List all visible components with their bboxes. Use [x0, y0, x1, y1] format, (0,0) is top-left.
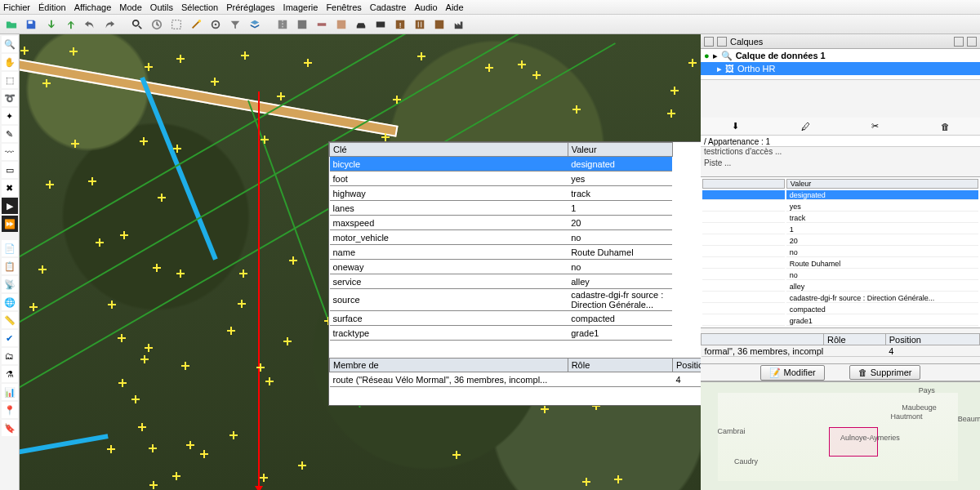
map-node-marker[interactable]: [96, 238, 104, 247]
map-node-marker[interactable]: [572, 105, 581, 114]
col-member[interactable]: Membre de: [330, 359, 568, 372]
map-node-marker[interactable]: [289, 256, 297, 265]
save-icon[interactable]: [23, 16, 39, 33]
map-node-marker[interactable]: [283, 337, 292, 345]
map-node-marker[interactable]: [118, 379, 127, 387]
map-node-marker[interactable]: [393, 96, 401, 104]
play-tool-icon[interactable]: ▶: [2, 198, 18, 214]
role-col[interactable]: Rôle: [824, 334, 886, 345]
layers-header[interactable]: Calques: [701, 34, 980, 49]
map-node-marker[interactable]: [140, 355, 149, 363]
map-node-marker[interactable]: [158, 194, 166, 202]
menu-imagerie[interactable]: Imagerie: [283, 2, 318, 12]
bridge-icon[interactable]: [314, 16, 330, 33]
minimap[interactable]: PaysMaubeugeHautmontBeaumontCambraiAulno…: [701, 381, 980, 490]
map-node-marker[interactable]: [173, 145, 181, 153]
delete-button[interactable]: 🗑Supprimer: [849, 365, 921, 380]
value-row[interactable]: designated: [702, 190, 978, 200]
tag-row[interactable]: servicealley: [330, 274, 759, 289]
map-node-marker[interactable]: [200, 450, 208, 458]
map-node-marker[interactable]: [88, 177, 96, 185]
tag-row[interactable]: bicycledesignated: [330, 157, 759, 172]
wand-icon[interactable]: [188, 16, 204, 33]
restrictions-line[interactable]: testrictions d'accès ...: [701, 147, 980, 158]
map-node-marker[interactable]: [667, 109, 675, 118]
globe-tool-icon[interactable]: 🌐: [2, 294, 18, 310]
map-node-marker[interactable]: [118, 334, 126, 342]
tag-row[interactable]: lanes1: [330, 201, 759, 216]
tag-row[interactable]: maxspeed20: [330, 216, 759, 230]
tag-row[interactable]: onewayno: [330, 260, 759, 274]
menu-mode[interactable]: Mode: [119, 2, 142, 12]
value-row[interactable]: yes: [702, 202, 978, 212]
layer-row[interactable]: ▸ 🖼 Ortho HR: [701, 62, 980, 75]
map-node-marker[interactable]: [120, 231, 128, 239]
piste-line[interactable]: Piste ...: [701, 158, 980, 170]
expand-icon[interactable]: ▸: [717, 64, 722, 74]
download-icon[interactable]: [42, 16, 59, 33]
industry-icon[interactable]: [451, 16, 467, 33]
value-row[interactable]: 1: [702, 225, 978, 234]
menu-fichier[interactable]: Fichier: [3, 2, 30, 12]
menu-audio[interactable]: Audio: [414, 2, 437, 12]
map-node-marker[interactable]: [145, 344, 153, 352]
map-node-marker[interactable]: [582, 478, 590, 486]
map-node-marker[interactable]: [277, 92, 285, 100]
draw-tool-icon[interactable]: ✎: [2, 126, 18, 142]
way-tool-icon[interactable]: 〰: [2, 144, 18, 160]
tags-panel[interactable]: Clé Valeur bicycledesignatedfootyeshighw…: [328, 141, 760, 406]
node-tool-icon[interactable]: ✦: [2, 108, 18, 124]
value-row[interactable]: track: [702, 213, 978, 223]
map-node-marker[interactable]: [153, 264, 161, 272]
value-row[interactable]: no: [702, 270, 978, 280]
delete-tag-icon[interactable]: 🗑: [933, 118, 956, 135]
map-node-marker[interactable]: [29, 303, 38, 311]
map-node-marker[interactable]: [176, 55, 185, 63]
layers-icon[interactable]: [247, 16, 263, 33]
map-node-marker[interactable]: [260, 474, 268, 482]
close-icon[interactable]: [967, 37, 977, 47]
menu-selection[interactable]: Sélection: [181, 2, 218, 12]
value-row[interactable]: no: [702, 247, 978, 257]
map-node-marker[interactable]: [304, 59, 312, 67]
map-node-marker[interactable]: [614, 475, 622, 483]
tag-row[interactable]: surfacecompacted: [330, 311, 759, 326]
map-node-marker[interactable]: [181, 362, 189, 370]
map-node-marker[interactable]: [172, 472, 180, 480]
map-node-marker[interactable]: [452, 451, 461, 459]
map-node-marker[interactable]: [298, 461, 306, 470]
menu-bar[interactable]: Fichier Édition Affichage Mode Outils Sé…: [0, 0, 980, 15]
layers-list[interactable]: ● ▸ 🔍 Calque de données 1 ▸ 🖼 Ortho HR: [701, 49, 980, 80]
chart-tool-icon[interactable]: 📊: [2, 384, 18, 400]
map-node-marker[interactable]: [140, 137, 148, 145]
collapse-icon[interactable]: [704, 37, 714, 47]
map-node-marker[interactable]: [381, 133, 390, 141]
map-node-marker[interactable]: [227, 327, 235, 335]
motorway-icon[interactable]: [294, 16, 310, 33]
value-row[interactable]: alley: [702, 282, 978, 292]
map-node-marker[interactable]: [241, 51, 249, 60]
add-tag-icon[interactable]: ⬇: [724, 118, 747, 135]
car-icon[interactable]: [353, 16, 369, 33]
note-tool-icon[interactable]: 📄: [2, 240, 18, 256]
map-node-marker[interactable]: [138, 423, 146, 431]
selected-way[interactable]: [258, 91, 260, 490]
map-node-marker[interactable]: [108, 301, 116, 309]
food-icon[interactable]: [412, 16, 428, 33]
map-node-marker[interactable]: [670, 87, 679, 95]
tag-row[interactable]: sourcecadastre-dgi-fr source : Direction…: [330, 289, 759, 311]
tag-row[interactable]: footyes: [330, 172, 759, 186]
building-icon[interactable]: [333, 16, 350, 33]
pos-col[interactable]: Position: [885, 334, 979, 345]
col-role[interactable]: Rôle: [568, 359, 672, 372]
menu-edition[interactable]: Édition: [38, 2, 66, 12]
pin-tool-icon[interactable]: 📍: [2, 402, 18, 418]
tag-row[interactable]: nameRoute Duhamel: [330, 245, 759, 260]
value-row[interactable]: 20: [702, 236, 978, 246]
map-node-marker[interactable]: [69, 47, 78, 56]
select-icon[interactable]: [168, 16, 185, 33]
value-row[interactable]: compacted: [702, 305, 978, 314]
tag-row[interactable]: highwaytrack: [330, 186, 759, 201]
value-row[interactable]: grade1: [702, 316, 978, 326]
map-node-marker[interactable]: [238, 300, 246, 308]
